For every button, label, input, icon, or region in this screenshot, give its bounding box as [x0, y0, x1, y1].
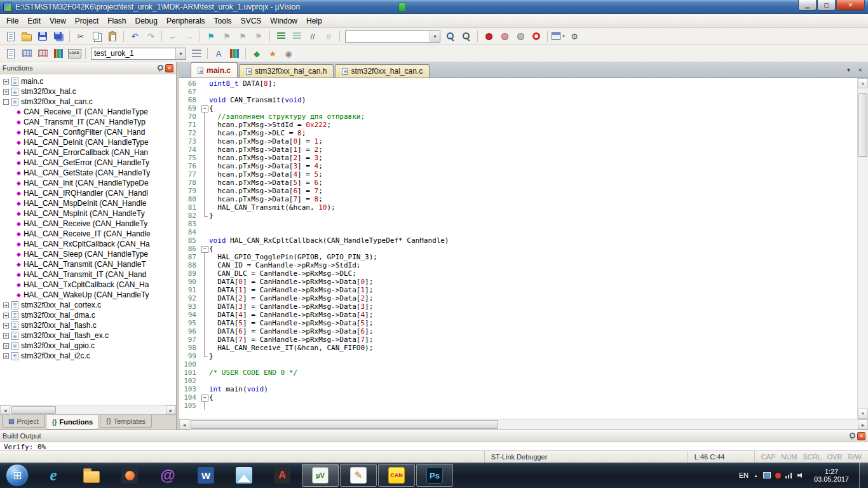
scroll-left-icon[interactable]: ◀ — [0, 405, 10, 414]
file-tree-item[interactable]: +main.c — [0, 76, 176, 86]
code-line[interactable]: 67 — [179, 88, 857, 96]
disable-breakpoint-button[interactable] — [497, 29, 512, 43]
code-editor[interactable]: 66uint8_t DATA[8];6768void CAN_Transmit(… — [179, 78, 868, 419]
scroll-right-icon[interactable]: ▶ — [166, 405, 176, 414]
fold-marker-icon[interactable] — [201, 104, 209, 112]
taskbar-button-adobe-reader[interactable]: A — [264, 464, 301, 487]
code-line[interactable]: 83 — [179, 220, 857, 228]
scroll-right-icon[interactable]: ▶ — [858, 419, 868, 430]
code-line[interactable]: 73 hcan.pTxMsg->Data[0] = 1; — [179, 137, 857, 146]
editor-horizontal-scrollbar[interactable]: ◀ ▶ — [179, 419, 868, 430]
code-line[interactable]: 96 DATA[6] = CanHandle->pRxMsg->Data[6]; — [179, 327, 857, 336]
panel-close-icon[interactable]: ✕ — [857, 432, 865, 440]
uncomment-selection-button[interactable]: // — [321, 29, 336, 43]
menu-item-edit[interactable]: Edit — [23, 15, 45, 27]
code-line[interactable]: 85void HAL_CAN_RxCpltCallback(CAN_Handle… — [179, 236, 857, 245]
sidebar-scroll-thumb[interactable] — [11, 406, 56, 414]
code-line[interactable]: 77 hcan.pTxMsg->Data[4] = 5; — [179, 170, 857, 179]
document-tab-main.c[interactable]: main.c — [191, 62, 238, 78]
tree-expander-icon[interactable]: + — [3, 323, 9, 329]
code-line[interactable]: 78 hcan.pTxMsg->Data[5] = 6; — [179, 179, 857, 187]
code-line[interactable]: 102 — [179, 377, 857, 385]
find-text-combobox[interactable]: ▼ — [345, 30, 440, 43]
menu-item-flash[interactable]: Flash — [103, 15, 130, 27]
title-bar[interactable]: E:\STM\STM32F042K6\project\test_urok_1\M… — [0, 0, 868, 14]
taskbar-button-internet-explorer[interactable]: e — [35, 464, 72, 487]
combo-dropdown-icon[interactable]: ▼ — [175, 48, 186, 59]
function-tree-item[interactable]: ◆HAL_CAN_Init (CAN_HandleTypeDe — [0, 178, 176, 188]
pin-icon[interactable] — [156, 64, 163, 72]
file-tree-item[interactable]: +stm32f0xx_hal_i2c.c — [0, 351, 176, 361]
taskbar-button-can-monitor[interactable]: CAN — [378, 464, 415, 487]
next-bookmark-button[interactable]: ⚑ — [235, 29, 250, 43]
function-tree-item[interactable]: ◆HAL_CAN_GetState (CAN_HandleTy — [0, 168, 176, 178]
code-line[interactable]: 93 DATA[3] = CanHandle->pRxMsg->Data[3]; — [179, 302, 857, 311]
code-line[interactable]: 76 hcan.pTxMsg->Data[3] = 4; — [179, 162, 857, 170]
code-line[interactable]: 80 hcan.pTxMsg->Data[7] = 8; — [179, 195, 857, 203]
taskbar-button-email-client[interactable]: @ — [149, 464, 186, 487]
code-line[interactable]: 69{ — [179, 104, 857, 112]
tray-network-icon[interactable] — [785, 472, 793, 478]
taskbar-button-keil-uvision[interactable]: µV — [302, 464, 339, 487]
menu-item-tools[interactable]: Tools — [210, 15, 236, 27]
insert-breakpoint-button[interactable] — [481, 29, 496, 43]
combo-dropdown-icon[interactable]: ▼ — [430, 31, 440, 42]
code-line[interactable]: 99} — [179, 352, 857, 360]
function-tree-item[interactable]: ◆CAN_Transmit_IT (CAN_HandleTyp — [0, 117, 176, 127]
taskbar-button-image-viewer[interactable] — [226, 464, 262, 487]
tab-functions[interactable]: {}Functions — [46, 415, 99, 430]
editor-vertical-scrollbar[interactable]: ▲ ▼ — [857, 78, 868, 419]
paste-button[interactable] — [105, 29, 120, 43]
maximize-button[interactable]: ▢ — [817, 0, 836, 11]
code-line[interactable]: 92 DATA[2] = CanHandle->pRxMsg->Data[2]; — [179, 294, 857, 302]
editor-vscroll-track[interactable] — [858, 88, 868, 409]
find-in-files-button[interactable] — [443, 29, 458, 43]
code-view[interactable]: 66uint8_t DATA[8];6768void CAN_Transmit(… — [179, 78, 857, 419]
function-tree-item[interactable]: ◆CAN_Receive_IT (CAN_HandleType — [0, 107, 176, 117]
taskbar-button-media-player[interactable] — [111, 464, 148, 487]
previous-bookmark-button[interactable]: ⚑ — [219, 29, 234, 43]
menu-item-peripherals[interactable]: Peripherals — [162, 15, 210, 27]
code-line[interactable]: 91 DATA[1] = CanHandle->pRxMsg->Data[1]; — [179, 286, 857, 294]
tree-expander-icon[interactable]: + — [3, 79, 9, 85]
taskbar-clock[interactable]: 1:27 03.05.2017 — [809, 468, 854, 483]
tree-expander-icon[interactable]: + — [3, 343, 9, 349]
download-button[interactable]: LOAD — [67, 46, 82, 60]
tree-expander-icon[interactable]: + — [3, 302, 9, 308]
function-tree-item[interactable]: ◆HAL_CAN_Receive_IT (CAN_Handle — [0, 229, 176, 239]
function-tree-item[interactable]: ◆HAL_CAN_Sleep (CAN_HandleType — [0, 249, 176, 259]
function-tree-item[interactable]: ◆HAL_CAN_WakeUp (CAN_HandleTy — [0, 290, 176, 300]
function-tree-item[interactable]: ◆HAL_CAN_IRQHandler (CAN_Handl — [0, 188, 176, 198]
function-tree-item[interactable]: ◆HAL_CAN_MspInit (CAN_HandleTy — [0, 208, 176, 219]
code-line[interactable]: 101/* USER CODE END 0 */ — [179, 369, 857, 377]
tab-list-dropdown-icon[interactable]: ▼ — [844, 65, 853, 75]
translate-button[interactable] — [3, 46, 18, 60]
file-tree-item[interactable]: +stm32f0xx_hal_gpio.c — [0, 341, 176, 351]
hidden-icons-arrow[interactable]: ▲ — [754, 473, 758, 478]
fold-marker-icon[interactable] — [201, 393, 209, 402]
fold-marker-icon[interactable] — [201, 245, 209, 253]
cut-button[interactable]: ✂ — [73, 29, 88, 43]
close-button[interactable]: ✕ — [836, 0, 865, 11]
debug-windows-button[interactable]: ▼ — [551, 29, 566, 43]
code-line[interactable]: 98 HAL_CAN_Receive_IT(&hcan, CAN_FIFO0); — [179, 344, 857, 352]
disable-all-breakpoints-button[interactable] — [513, 29, 528, 43]
scroll-up-icon[interactable]: ▲ — [858, 78, 868, 88]
target-select[interactable]: test_urok_1▼ — [91, 48, 186, 60]
undo-button[interactable]: ↶ — [127, 29, 142, 43]
configuration-button[interactable]: ⚙ — [567, 29, 582, 43]
indent-button[interactable] — [289, 29, 304, 43]
file-tree-item[interactable]: +stm32f0xx_hal_cortex.c — [0, 300, 176, 310]
code-line[interactable]: 103int main(void) — [179, 385, 857, 393]
show-desktop-button[interactable] — [859, 463, 868, 488]
editor-hscroll-thumb[interactable] — [191, 420, 498, 429]
batch-build-button[interactable] — [51, 46, 66, 60]
code-line[interactable]: 95 DATA[5] = CanHandle->pRxMsg->Data[5]; — [179, 319, 857, 327]
menu-item-window[interactable]: Window — [266, 15, 302, 27]
scroll-left-icon[interactable]: ◀ — [179, 419, 189, 430]
navigate-back-button[interactable]: ← — [165, 29, 180, 43]
code-line[interactable]: 94 DATA[4] = CanHandle->pRxMsg->Data[4]; — [179, 311, 857, 319]
menu-item-view[interactable]: View — [45, 15, 71, 27]
panel-close-icon[interactable]: ✕ — [165, 64, 173, 72]
code-line[interactable]: 89 CAN_DLC = CanHandle->pRxMsg->DLC; — [179, 269, 857, 278]
